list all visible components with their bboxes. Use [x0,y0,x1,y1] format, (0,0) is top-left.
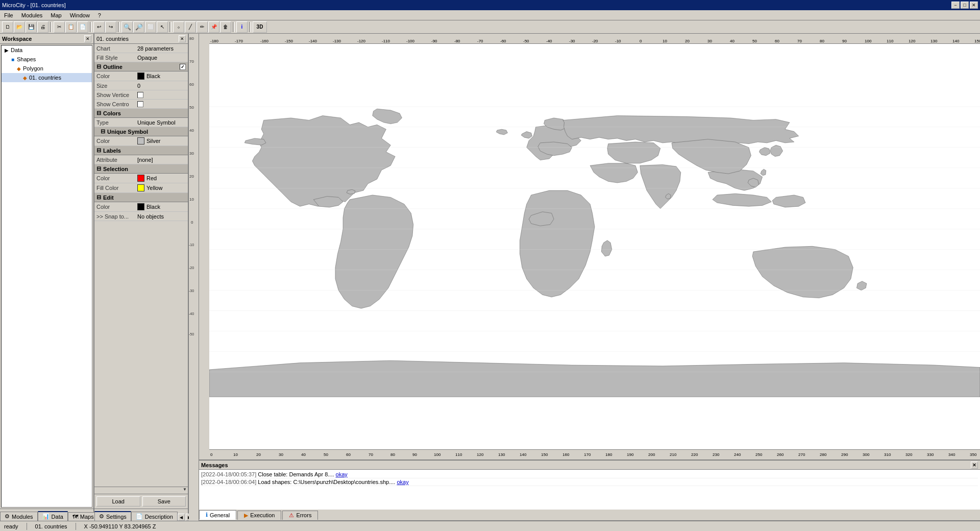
tree-item-data[interactable]: ▶ Data [2,45,92,55]
msg-tab-errors[interactable]: ⚠ Errors [282,511,318,520]
prop-edit-color: Color Black [94,202,188,212]
workspace-close[interactable]: ✕ [84,35,91,42]
messages-close[interactable]: ✕ [971,462,978,469]
section-selection[interactable]: ⊟ Selection [94,164,188,174]
edit-color-box[interactable] [137,203,144,210]
prop-fillstyle-value[interactable]: Opaque [137,55,186,61]
tb-3d[interactable]: 3D [253,21,267,33]
tab-maps[interactable]: 🗺 Maps [68,512,99,521]
brh-310: 310 [884,452,891,457]
tb-select[interactable]: ⬜ [145,21,156,33]
map-wrapper: 80 70 60 50 40 30 20 10 0 -10 -20 -30 -4… [189,34,980,521]
msg-link-1[interactable]: okay [336,471,348,477]
maps-label: Maps [80,514,94,520]
properties-close[interactable]: ✕ [179,35,186,42]
show-vertice-checkbox[interactable] [137,92,143,98]
prop-chart-value[interactable]: 28 parameters [137,45,186,52]
data-label: Data [52,514,63,520]
tb-sep4 [169,22,172,32]
section-colors[interactable]: ⊟ Colors [94,109,188,118]
menu-help[interactable]: ? [94,11,105,19]
tab-description[interactable]: 📄 Description [131,512,178,521]
section-labels[interactable]: ⊟ Labels [94,146,188,155]
brh-20: 20 [256,452,261,457]
tb-shapes[interactable]: ⬦ [173,21,184,33]
tree-item-shapes[interactable]: ■ Shapes [2,55,92,64]
tb-copy[interactable]: 📋 [65,21,77,33]
tb-delete[interactable]: 🗑 [220,21,231,33]
tb-pin[interactable]: 📌 [208,21,219,33]
msg-tab-execution[interactable]: ▶ Execution [237,511,281,520]
properties-content: Chart 28 parameters Fill Style Opaque ⊟ … [94,44,188,487]
prop-scroll-btn-down[interactable]: ▼ [183,487,187,494]
tb-open[interactable]: 📂 [14,21,25,33]
msg-tab-general[interactable]: ℹ General [199,510,236,520]
messages-tabs: ℹ General ▶ Execution ⚠ Errors [199,510,980,521]
outline-checkbox[interactable]: ✓ [180,64,186,70]
tb-print[interactable]: 🖨 [37,21,48,33]
tb-zoomout[interactable]: 🔎 [133,21,144,33]
workspace-tab-bar: ⚙ Modules 📊 Data 🗺 Maps [0,509,93,521]
ruler-vertical: 80 70 60 50 40 30 20 10 0 -10 -20 -30 -4… [189,34,199,521]
minimize-button[interactable]: − [951,2,960,9]
prop-snap-value[interactable]: No objects [137,213,186,220]
tb-pointer[interactable]: ↖ [157,21,168,33]
menu-modules[interactable]: Modules [17,11,47,19]
tb-line[interactable]: ╱ [185,21,196,33]
selection-color-box[interactable] [137,175,144,182]
hr-n110: -110 [382,39,390,43]
section-edit[interactable]: ⊟ Edit [94,193,188,202]
map-area[interactable]: 0 10 20 30 40 50 60 70 80 90 100 110 120… [209,44,980,460]
status-coordinates: X -50.949110 Y 83.204965 Z [84,523,156,529]
restore-button[interactable]: □ [961,2,969,9]
save-button[interactable]: Save [142,496,186,506]
msg-general-label: General [210,512,230,518]
menu-file[interactable]: File [0,11,17,19]
prop-selection-color: Color Red [94,174,188,183]
outline-color-box[interactable] [137,73,144,80]
vr-30: 30 [189,151,194,156]
menu-map[interactable]: Map [46,11,65,19]
tab-settings[interactable]: ⚙ Settings [94,511,131,521]
tb-pencil[interactable]: ✏ [197,21,208,33]
prop-outline-size-value[interactable]: 0 [137,83,186,89]
unique-color-box[interactable] [137,137,144,144]
tree-icon-countries: ◆ [21,74,29,82]
brh-180: 180 [605,452,612,457]
tb-cut[interactable]: ✂ [54,21,65,33]
menu-window[interactable]: Window [66,11,94,19]
section-unique-symbol[interactable]: ⊟ Unique Symbol [94,127,188,136]
tab-modules[interactable]: ⚙ Modules [0,512,38,521]
tree-item-countries[interactable]: ◆ 01. countries [2,73,92,82]
tb-undo[interactable]: ↩ [93,21,105,33]
prop-show-centro: Show Centro [94,100,188,109]
brh-100: 100 [434,452,440,457]
section-colors-toggle: ⊟ [96,110,101,116]
tb-new[interactable]: 🗋 [2,21,13,33]
vr-20: 20 [189,174,194,179]
close-title-button[interactable]: ✕ [970,2,978,9]
brh-280: 280 [820,452,826,457]
section-labels-toggle: ⊟ [96,147,101,154]
msg-link-2[interactable]: okay [397,479,408,485]
section-selection-label: Selection [103,166,128,172]
hr-n50: -50 [523,39,529,43]
show-centro-checkbox[interactable] [137,101,143,107]
tb-zoomin[interactable]: 🔍 [121,21,133,33]
tb-redo[interactable]: ↪ [105,21,116,33]
prop-colors-type-value[interactable]: Unique Symbol [137,119,186,126]
tree-item-polygon[interactable]: ◆ Polygon [2,64,92,73]
tb-paste[interactable]: 📄 [77,21,88,33]
tb-save[interactable]: 💾 [26,21,37,33]
prop-labels-attr-value[interactable]: [none] [137,157,186,163]
prop-nav-left[interactable]: ◀ [178,514,185,521]
status-sep1 [27,523,27,530]
section-outline[interactable]: ⊟ Outline ✓ [94,62,188,71]
load-button[interactable]: Load [96,496,140,506]
prop-outline-color-value: Black [137,73,160,80]
tb-info[interactable]: i [236,21,248,33]
tab-data[interactable]: 📊 Data [38,511,68,521]
world-map-svg [209,44,980,460]
selection-fill-box[interactable] [137,184,144,191]
hr-n140: -140 [309,39,317,43]
